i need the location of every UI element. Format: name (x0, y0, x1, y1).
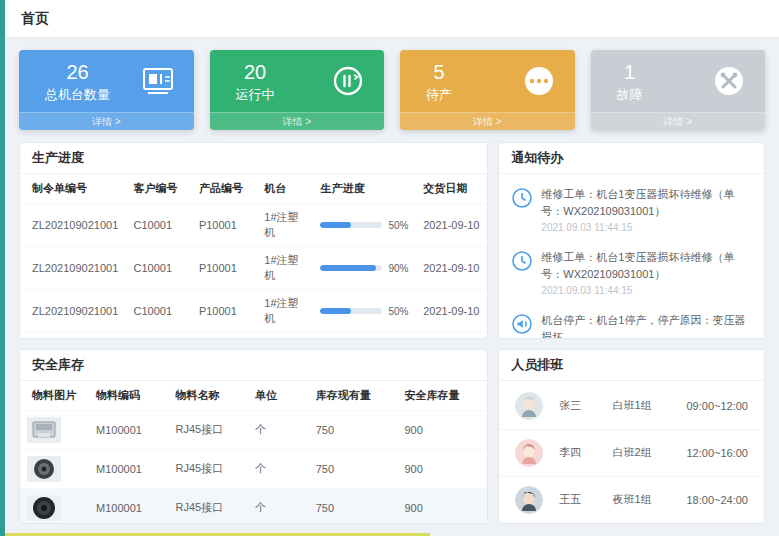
speaker-part-image (26, 494, 62, 522)
stat-card-total-machines[interactable]: 26 总机台数量 详情 > (19, 50, 194, 130)
running-icon (330, 63, 366, 99)
stat-value: 1 (624, 60, 635, 84)
notification-body: 维修工单：机台1变压器损坏待维修（单号：WX202109031001） 2021… (541, 249, 752, 296)
left-edge-strip (0, 0, 5, 536)
material-code: M100001 (90, 488, 169, 523)
product-no: P10001 (193, 204, 258, 247)
material-name: RJ45接口 (170, 449, 249, 488)
customer-no: C10001 (127, 204, 192, 247)
material-image-cell (20, 449, 90, 488)
inventory-table: 物料图片 物料编码 物料名称 单位 库存现有量 安全库存量 (20, 381, 487, 523)
round-connector-image (26, 455, 62, 483)
notification-text: 维修工单：机台1变压器损坏待维修（单号：WX202109031001） (541, 249, 752, 282)
order-no: ZL202109021001 (20, 290, 127, 333)
panel-production-progress: 生产进度 制令单编号 客户编号 产品编号 机台 生产进度 交货日期 (19, 142, 488, 339)
col-product-no: 产品编号 (193, 174, 258, 204)
rj45-connector-image (26, 416, 62, 444)
notification-item[interactable]: 机台停产：机台1停产，停产原因：变压器损坏 (499, 304, 764, 338)
fault-tools-icon (711, 63, 747, 99)
table-row: M100001 RJ45接口 个 750 900 (20, 449, 487, 488)
col-safety-stock: 安全库存量 (399, 381, 488, 411)
customer-no: C10001 (127, 247, 192, 290)
stat-label: 运行中 (236, 86, 275, 104)
progress-bar (320, 265, 382, 271)
table-row: ZL202109021001 C10001 P10001 1#注塑机 50% 2… (20, 204, 487, 247)
stat-card-fault[interactable]: 1 故障 详情 > (591, 50, 766, 130)
machine: 1#注塑机 (258, 204, 314, 247)
delivery-date: 2021-09-10 (417, 290, 487, 333)
notification-item[interactable]: 维修工单：机台1变压器损坏待维修（单号：WX202109031001） 2021… (499, 241, 764, 304)
shift-label: 夜班1组 (613, 492, 687, 507)
employee-name: 李四 (559, 445, 612, 460)
stat-value: 5 (433, 60, 444, 84)
avatar (515, 486, 543, 514)
shift-time: 12:00~16:00 (687, 447, 748, 459)
notification-text: 机台停产：机台1停产，停产原因：变压器损坏 (541, 312, 752, 338)
delivery-date: 2021-09-10 (417, 247, 487, 290)
progress-label: 50% (388, 220, 408, 231)
stat-value: 26 (66, 60, 88, 84)
detail-link[interactable]: 详情 > (210, 112, 385, 130)
page-title: 首页 (21, 10, 49, 28)
stat-text: 20 运行中 (236, 60, 275, 104)
current-stock: 750 (310, 488, 399, 523)
production-table: 制令单编号 客户编号 产品编号 机台 生产进度 交货日期 ZL202109021… (20, 174, 487, 338)
employee-name: 王五 (559, 492, 612, 507)
header-bar: 首页 (5, 0, 779, 38)
panel-title: 生产进度 (20, 143, 487, 174)
col-material-name: 物料名称 (170, 381, 249, 411)
table-row: ZL202109021001 C10001 P10001 1#注塑机 50% 2… (20, 333, 487, 338)
stat-text: 1 故障 (617, 60, 643, 104)
schedule-row: 张三 白班1组 09:00~12:00 (499, 383, 764, 430)
employee-name: 张三 (559, 398, 612, 413)
col-material-image: 物料图片 (20, 381, 90, 411)
panel-title: 通知待办 (499, 143, 764, 174)
current-stock: 750 (310, 410, 399, 449)
detail-link[interactable]: 详情 > (591, 112, 766, 130)
customer-no: C10001 (127, 290, 192, 333)
progress-bar (320, 308, 382, 314)
material-image-cell (20, 410, 90, 449)
machines-icon (140, 63, 176, 99)
stat-card-pending[interactable]: 5 待产 详情 > (400, 50, 575, 130)
schedule-row: 李四 白班2组 12:00~16:00 (499, 430, 764, 477)
unit: 个 (249, 410, 310, 449)
material-name: RJ45接口 (170, 488, 249, 523)
col-current-stock: 库存现有量 (310, 381, 399, 411)
stat-card-running[interactable]: 20 运行中 详情 > (210, 50, 385, 130)
notification-item[interactable]: 维修工单：机台1变压器损坏待维修（单号：WX202109031001） 2021… (499, 178, 764, 241)
notification-body: 维修工单：机台1变压器损坏待维修（单号：WX202109031001） 2021… (541, 186, 752, 233)
avatar (515, 392, 543, 420)
stat-cards-row: 26 总机台数量 详情 > 20 运行中 (19, 50, 765, 130)
order-no: ZL202109021001 (20, 333, 127, 338)
detail-link[interactable]: 详情 > (19, 112, 194, 130)
current-stock: 750 (310, 449, 399, 488)
shift-time: 09:00~12:00 (687, 400, 748, 412)
stat-value: 20 (244, 60, 266, 84)
clock-icon (511, 250, 533, 272)
customer-no: C10001 (127, 333, 192, 338)
production-table-wrap: 制令单编号 客户编号 产品编号 机台 生产进度 交货日期 ZL202109021… (20, 174, 487, 338)
progress-cell: 50% (314, 290, 417, 333)
table-row: ZL202109021001 C10001 P10001 1#注塑机 90% 2… (20, 247, 487, 290)
clock-icon (511, 187, 533, 209)
material-image-cell (20, 488, 90, 523)
material-code: M100001 (90, 449, 169, 488)
order-no: ZL202109021001 (20, 247, 127, 290)
safety-stock: 900 (399, 410, 488, 449)
panels-grid: 生产进度 制令单编号 客户编号 产品编号 机台 生产进度 交货日期 (19, 142, 765, 524)
schedule-row: 王五 夜班1组 18:00~24:00 (499, 477, 764, 523)
stat-label: 总机台数量 (45, 86, 110, 104)
progress-bar (320, 222, 382, 228)
col-customer-no: 客户编号 (127, 174, 192, 204)
notification-time: 2021.09.03 11:44:15 (541, 285, 752, 296)
progress-cell: 50% (314, 333, 417, 338)
panel-title: 人员排班 (499, 350, 764, 381)
schedule-list: 张三 白班1组 09:00~12:00 (499, 381, 764, 523)
safety-stock: 900 (399, 488, 488, 523)
unit: 个 (249, 488, 310, 523)
panel-staff-schedule: 人员排班 张三 白班1组 09:00~ (498, 349, 765, 524)
table-row: ZL202109021001 C10001 P10001 1#注塑机 50% 2… (20, 290, 487, 333)
col-machine: 机台 (258, 174, 314, 204)
detail-link[interactable]: 详情 > (400, 112, 575, 130)
